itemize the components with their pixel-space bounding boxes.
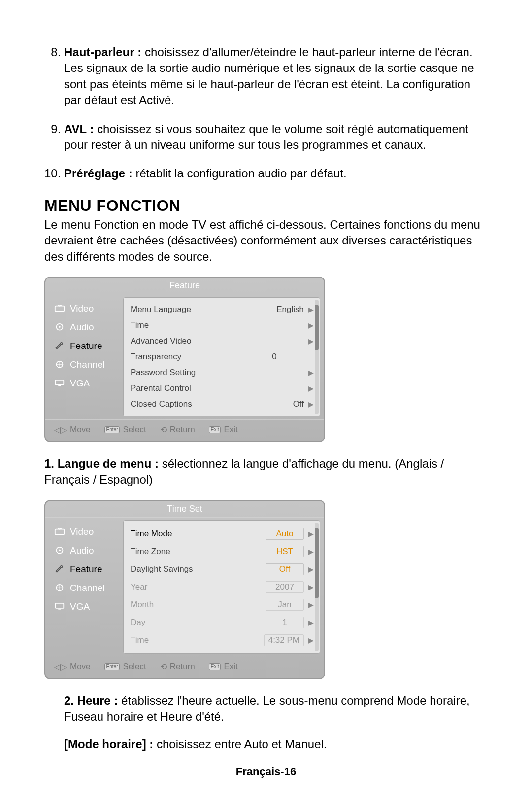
after1-num: 1. (44, 457, 54, 470)
value-box: Off (266, 563, 304, 575)
row-value: 1 (245, 617, 307, 628)
osd-row-daylight-savings[interactable]: Daylight Savings Off ▶ (131, 560, 315, 578)
sidebar-label-feature: Feature (70, 341, 102, 351)
row-value: Auto (245, 528, 307, 540)
osd-row-day: Day 1 ▶ (131, 614, 315, 631)
sidebar-label-feature: Feature (70, 564, 102, 575)
osd-row-password-setting[interactable]: Password Setting ▶ (131, 365, 315, 381)
footer-move: ◁▷ Move (54, 662, 91, 672)
osd-row-time-zone[interactable]: Time Zone HST ▶ (131, 543, 315, 560)
chevron-right-icon: ▶ (307, 619, 315, 626)
footer-move-label: Move (70, 662, 91, 672)
footer-return-label: Return (170, 662, 195, 672)
row-label: Closed Captions (131, 399, 245, 409)
list-item-8: Haut-parleur : choisissez d'allumer/étei… (64, 44, 488, 108)
osd-content: Menu Language English ▶ Time ▶ Advanced … (123, 297, 320, 416)
tools-icon (54, 565, 65, 574)
osd-row-transparency[interactable]: Transparency 0 (131, 349, 315, 365)
row-label: Daylight Savings (131, 564, 245, 574)
sidebar-item-channel[interactable]: Channel (49, 355, 123, 374)
svg-rect-5 (56, 380, 64, 385)
sidebar-item-audio[interactable]: Audio (49, 541, 123, 560)
osd-sidebar: Video Audio Feature (49, 297, 123, 416)
after-item-1: 1. Langue de menu : sélectionnez la lang… (44, 456, 488, 488)
enter-key-icon: Enter (104, 663, 120, 670)
sidebar-label-video: Video (70, 526, 94, 537)
osd-row-advanced-video[interactable]: Advanced Video ▶ (131, 333, 315, 349)
after-item-2: 2. Heure : établissez l'heure actuelle. … (64, 693, 488, 725)
tools-icon (54, 342, 65, 350)
svg-rect-7 (55, 529, 64, 535)
osd-footer: ◁▷ Move Enter Select ⟲ Return Exit Exit (45, 657, 324, 678)
row-label: Time (131, 635, 245, 645)
globe-icon (54, 584, 65, 592)
sidebar-label-channel: Channel (70, 583, 105, 593)
osd-row-month: Month Jan ▶ (131, 596, 315, 614)
osd-row-time: Time 4:32 PM ▶ (131, 631, 315, 649)
tv-icon (54, 527, 65, 536)
after3-head: [Mode horaire] : (64, 737, 153, 751)
list-item-9: AVL : choisissez si vous souhaitez que l… (64, 121, 488, 153)
chevron-right-icon: ▶ (307, 548, 315, 555)
svg-point-10 (61, 566, 63, 568)
after2-text: établissez l'heure actuelle. Le sous-men… (64, 694, 470, 723)
sidebar-item-feature[interactable]: Feature (49, 560, 123, 579)
tv-icon (54, 304, 65, 313)
chevron-right-icon: ▶ (307, 601, 315, 609)
value-box: Jan (266, 599, 304, 611)
value-box: 1 (266, 617, 304, 628)
footer-return: ⟲ Return (160, 662, 195, 672)
sidebar-item-feature[interactable]: Feature (49, 337, 123, 355)
speaker-icon (54, 323, 65, 332)
row-label: Time (131, 320, 245, 330)
osd-row-menu-language[interactable]: Menu Language English ▶ (131, 302, 315, 317)
footer-move-label: Move (70, 425, 91, 435)
scroll-thumb[interactable] (315, 305, 319, 350)
svg-point-3 (61, 343, 63, 345)
row-label: Year (131, 582, 245, 592)
osd-feature-menu: Feature Video Audio (44, 277, 325, 442)
section-description: Le menu Fonction en mode TV est affiché … (44, 217, 488, 265)
after-item-3: [Mode horaire] : choisissez entre Auto e… (64, 736, 488, 752)
after2-num: 2. (64, 694, 74, 707)
sidebar-item-video[interactable]: Video (49, 522, 123, 541)
sidebar-item-channel[interactable]: Channel (49, 579, 123, 597)
osd-scrollbar[interactable] (315, 523, 319, 651)
chevron-right-icon: ▶ (307, 530, 315, 538)
sidebar-label-audio: Audio (70, 545, 94, 556)
row-value: 0 (245, 352, 307, 362)
row-value: HST (245, 546, 307, 557)
footer-select-label: Select (123, 662, 146, 672)
value-box: HST (266, 546, 304, 557)
enter-key-icon: Enter (104, 426, 120, 433)
row-label: Day (131, 618, 245, 627)
sidebar-item-vga[interactable]: VGA (49, 374, 123, 393)
osd-scrollbar[interactable] (315, 300, 319, 414)
osd-row-parental-control[interactable]: Parental Control ▶ (131, 381, 315, 396)
osd-row-closed-captions[interactable]: Closed Captions Off ▶ (131, 396, 315, 412)
after3-text: choisissez entre Auto et Manuel. (153, 737, 327, 751)
monitor-icon (54, 379, 65, 388)
value-box: 4:32 PM (264, 634, 304, 646)
chevron-right-icon: ▶ (307, 400, 315, 408)
value-box: Auto (266, 528, 304, 540)
chevron-right-icon: ▶ (307, 321, 315, 329)
footer-exit-label: Exit (224, 662, 237, 672)
document-page: Haut-parleur : choisissez d'allumer/étei… (0, 0, 532, 798)
sidebar-item-audio[interactable]: Audio (49, 318, 123, 337)
return-icon: ⟲ (160, 662, 167, 672)
speaker-icon (54, 546, 65, 555)
item9-head: AVL : (64, 122, 94, 136)
osd-title: Feature (45, 278, 324, 294)
osd-content: Time Mode Auto ▶ Time Zone HST ▶ Dayligh… (123, 520, 320, 654)
sidebar-item-vga[interactable]: VGA (49, 597, 123, 616)
sidebar-label-vga: VGA (70, 601, 90, 612)
svg-point-2 (59, 326, 61, 328)
scroll-thumb[interactable] (315, 528, 319, 598)
osd-row-time-mode[interactable]: Time Mode Auto ▶ (131, 525, 315, 543)
svg-rect-6 (58, 385, 61, 386)
sidebar-item-video[interactable]: Video (49, 299, 123, 318)
osd-footer: ◁▷ Move Enter Select ⟲ Return Exit Exit (45, 419, 324, 441)
footer-return: ⟲ Return (160, 425, 195, 435)
osd-row-time[interactable]: Time ▶ (131, 317, 315, 333)
